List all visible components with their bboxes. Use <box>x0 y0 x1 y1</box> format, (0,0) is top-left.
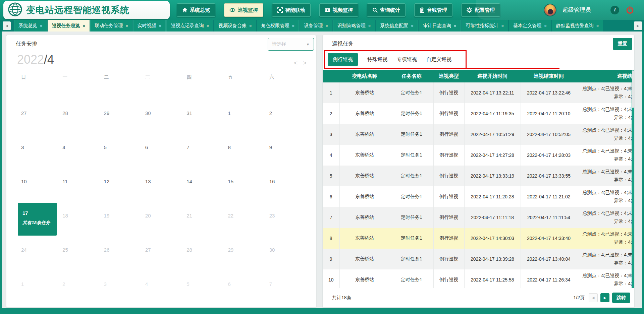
tab-audit-log-query[interactable]: 审计日志查询× <box>419 20 461 32</box>
nav-system-overview[interactable]: 系统总览 <box>177 3 215 17</box>
tab-linkage-task-mgmt[interactable]: 联动任务管理× <box>90 20 132 32</box>
calendar-day[interactable]: 2 <box>58 262 99 297</box>
calendar-day[interactable]: 1 <box>16 262 58 297</box>
calendar-day[interactable]: 12 <box>99 160 141 194</box>
tabs-scroll-left-icon[interactable]: ◀ <box>3 21 11 30</box>
calendar-day[interactable]: 29 <box>99 91 141 126</box>
tab-realtime-video[interactable]: 实时视频× <box>133 20 166 32</box>
calendar-day[interactable]: 6 <box>223 262 264 297</box>
calendar-day[interactable]: 21 <box>182 194 223 228</box>
calendar-day[interactable]: 10 <box>16 160 58 194</box>
nav-query-stats[interactable]: 查询统计 <box>367 3 406 17</box>
calendar-day[interactable]: 28 <box>182 228 223 262</box>
calendar-day[interactable]: 8 <box>223 126 264 160</box>
close-icon[interactable]: × <box>454 23 457 28</box>
tab-inspection-task-overview[interactable]: 巡视任务总览× <box>48 20 90 32</box>
selected-day-box[interactable]: 17 共有18条任务 <box>18 203 57 236</box>
table-row[interactable]: 5东善桥站定时任务1例行巡视2022-04-17 13:33:192022-04… <box>323 166 634 186</box>
close-icon[interactable]: × <box>596 23 599 28</box>
calendar-day[interactable]: 23 <box>265 194 306 228</box>
avatar[interactable] <box>544 4 556 16</box>
calendar-day[interactable]: 27 <box>141 228 182 262</box>
table-row[interactable]: 6东善桥站定时任务1例行巡视2022-04-17 11:20:282022-04… <box>323 186 634 207</box>
tab-recognition-strategy[interactable]: 识别策略管理× <box>333 20 375 32</box>
nav-ledger[interactable]: 台账管理 <box>414 3 452 17</box>
close-icon[interactable]: × <box>368 23 371 28</box>
close-icon[interactable]: × <box>83 23 86 28</box>
calendar-day[interactable]: 5 <box>182 262 223 297</box>
calendar-day[interactable]: 5 <box>99 126 141 160</box>
table-row[interactable]: 1东善桥站定时任务1例行巡视2022-04-17 13:22:112022-04… <box>323 82 634 103</box>
calendar-day[interactable]: 4 <box>58 126 99 160</box>
reset-button[interactable]: 重置 <box>613 38 632 50</box>
close-icon[interactable]: × <box>292 23 295 28</box>
calendar-next-icon[interactable]: > <box>303 59 307 67</box>
calendar-day[interactable]: 29 <box>223 228 264 262</box>
station-select[interactable]: 请选择 ▼ <box>268 38 314 51</box>
tab-system-overview[interactable]: 系统总览× <box>14 20 47 32</box>
table-row[interactable]: 9东善桥站定时任务1例行巡视2022-04-17 13:39:282022-04… <box>323 249 634 269</box>
calendar-prev-icon[interactable]: < <box>294 59 298 67</box>
vertical-scrollbar[interactable] <box>632 70 634 289</box>
scrollbar-thumb[interactable] <box>632 70 634 108</box>
calendar-day[interactable]: 9 <box>265 126 306 160</box>
calendar-day[interactable]: 1 <box>223 91 264 126</box>
calendar-day[interactable]: 6 <box>141 126 182 160</box>
tab-role-permission[interactable]: 角色权限管理× <box>257 20 299 32</box>
table-row-highlighted[interactable]: 8东善桥站定时任务1例行巡视2022-04-17 14:30:032022-04… <box>323 228 634 249</box>
table-row[interactable]: 7东善桥站定时任务1例行巡视2022-04-17 11:11:182022-04… <box>323 207 634 228</box>
calendar-day[interactable]: 31 <box>182 91 223 126</box>
tab-video-device-ledger[interactable]: 视频设备台账× <box>214 20 256 32</box>
calendar-day[interactable]: 7 <box>182 126 223 160</box>
close-icon[interactable]: × <box>159 23 162 28</box>
nav-smart-link[interactable]: 智能联动 <box>272 3 311 17</box>
close-icon[interactable]: × <box>544 23 547 28</box>
tab-reliability-stats[interactable]: 可靠性指标统计× <box>462 20 508 32</box>
tabs-scroll-right-icon[interactable]: ▶ <box>634 21 642 30</box>
subtab-routine[interactable]: 例行巡视 <box>328 53 358 66</box>
close-icon[interactable]: × <box>411 23 414 28</box>
nav-video-monitor[interactable]: 视频监控 <box>319 3 358 17</box>
calendar-day[interactable]: 15 <box>223 160 264 194</box>
calendar-day[interactable]: 4 <box>141 262 182 297</box>
close-icon[interactable]: × <box>501 23 504 28</box>
calendar-day[interactable]: 11 <box>58 160 99 194</box>
calendar-day[interactable]: 26 <box>99 228 141 262</box>
calendar-day[interactable]: 19 <box>99 194 141 228</box>
calendar-day[interactable]: 13 <box>141 160 182 194</box>
calendar-day[interactable]: 3 <box>16 126 58 160</box>
calendar-day[interactable]: 30 <box>141 91 182 126</box>
calendar-day[interactable]: 18 <box>58 194 99 228</box>
calendar-day[interactable]: 14 <box>182 160 223 194</box>
calendar-day[interactable]: 2 <box>265 91 306 126</box>
calendar-day[interactable]: 3 <box>99 262 141 297</box>
calendar-day[interactable]: 30 <box>265 228 306 262</box>
calendar-day[interactable]: 7 <box>265 262 306 297</box>
close-icon[interactable]: × <box>206 23 209 28</box>
table-row[interactable]: 10东善桥站定时任务1例行巡视2022-04-17 11:25:582022-0… <box>323 269 634 289</box>
subtab-dedicated[interactable]: 专项巡视 <box>397 56 417 63</box>
jump-button[interactable]: 跳转 <box>612 293 630 303</box>
table-row[interactable]: 2东善桥站定时任务1例行巡视2022-04-17 11:19:352022-04… <box>323 103 634 124</box>
next-page-icon[interactable]: ▶ <box>600 293 609 302</box>
close-icon[interactable]: × <box>40 23 43 28</box>
calendar-day[interactable]: 25 <box>58 228 99 262</box>
tab-point-record-query[interactable]: 巡视点记录查询× <box>166 20 213 32</box>
tab-system-info-config[interactable]: 系统信息配置× <box>376 20 418 32</box>
calendar-day-selected[interactable]: 17 共有18条任务 <box>16 194 58 228</box>
calendar-day[interactable]: 28 <box>58 91 99 126</box>
subtab-custom[interactable]: 自定义巡视 <box>426 56 451 63</box>
power-logout-icon[interactable] <box>625 5 635 15</box>
calendar-day[interactable]: 16 <box>265 160 306 194</box>
tab-device-mgmt[interactable]: 设备管理× <box>300 20 332 32</box>
tab-silent-monitor-alarm[interactable]: 静默监视告警查询× <box>552 20 603 32</box>
table-row[interactable]: 3东善桥站定时任务1例行巡视2022-04-17 10:51:292022-04… <box>323 124 634 145</box>
nav-inspection-monitor[interactable]: 巡视监控 <box>224 3 263 17</box>
table-row[interactable]: 4东善桥站定时任务1例行巡视2022-04-17 14:27:282022-04… <box>323 145 634 166</box>
prev-page-icon[interactable]: ◀ <box>589 293 598 302</box>
calendar-day[interactable]: 22 <box>223 194 264 228</box>
close-icon[interactable]: × <box>125 23 128 28</box>
close-icon[interactable]: × <box>325 23 328 28</box>
tab-basic-definition[interactable]: 基本定义管理× <box>509 20 551 32</box>
calendar-day[interactable]: 20 <box>141 194 182 228</box>
